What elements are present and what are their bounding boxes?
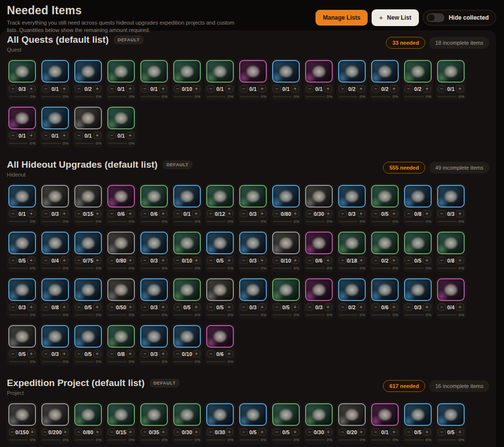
- decrease-button[interactable]: −: [405, 303, 413, 311]
- decrease-button[interactable]: −: [108, 132, 116, 139]
- decrease-button[interactable]: −: [9, 132, 17, 139]
- increase-button[interactable]: +: [192, 428, 200, 436]
- item-image[interactable]: [437, 278, 465, 301]
- decrease-button[interactable]: −: [9, 257, 17, 264]
- increase-button[interactable]: +: [60, 132, 68, 139]
- decrease-button[interactable]: −: [207, 428, 215, 436]
- decrease-button[interactable]: −: [372, 428, 380, 436]
- decrease-button[interactable]: −: [108, 350, 116, 358]
- item-image[interactable]: [404, 278, 432, 301]
- item-image[interactable]: [239, 403, 267, 426]
- decrease-button[interactable]: −: [75, 132, 83, 139]
- decrease-button[interactable]: −: [75, 350, 83, 358]
- decrease-button[interactable]: −: [339, 257, 346, 264]
- item-image[interactable]: [338, 278, 366, 301]
- increase-button[interactable]: +: [291, 85, 299, 92]
- item-image[interactable]: [239, 278, 267, 301]
- item-image[interactable]: [8, 325, 36, 348]
- item-image[interactable]: [272, 185, 300, 208]
- increase-button[interactable]: +: [93, 85, 101, 92]
- decrease-button[interactable]: −: [207, 210, 215, 217]
- increase-button[interactable]: +: [27, 303, 35, 311]
- item-image[interactable]: [173, 403, 201, 426]
- item-image[interactable]: [338, 403, 366, 426]
- item-image[interactable]: [74, 185, 102, 208]
- decrease-button[interactable]: −: [339, 303, 347, 311]
- item-image[interactable]: [74, 232, 102, 254]
- increase-button[interactable]: +: [60, 85, 68, 92]
- decrease-button[interactable]: −: [240, 85, 248, 92]
- decrease-button[interactable]: −: [405, 257, 413, 264]
- decrease-button[interactable]: −: [273, 303, 281, 311]
- item-image[interactable]: [338, 185, 366, 208]
- item-image[interactable]: [74, 278, 102, 301]
- increase-button[interactable]: +: [390, 257, 398, 264]
- item-image[interactable]: [239, 185, 267, 208]
- item-image[interactable]: [74, 403, 102, 426]
- item-image[interactable]: [173, 278, 201, 301]
- decrease-button[interactable]: −: [372, 85, 380, 92]
- increase-button[interactable]: +: [126, 210, 134, 217]
- increase-button[interactable]: +: [324, 210, 332, 217]
- new-list-button[interactable]: + New List: [372, 9, 419, 26]
- increase-button[interactable]: +: [258, 257, 266, 264]
- decrease-button[interactable]: −: [174, 303, 182, 311]
- increase-button[interactable]: +: [126, 85, 134, 92]
- increase-button[interactable]: +: [27, 350, 35, 358]
- item-image[interactable]: [437, 403, 465, 426]
- item-image[interactable]: [173, 60, 201, 83]
- decrease-button[interactable]: −: [42, 257, 50, 264]
- increase-button[interactable]: +: [357, 428, 365, 436]
- increase-button[interactable]: +: [390, 428, 398, 436]
- increase-button[interactable]: +: [192, 303, 200, 311]
- increase-button[interactable]: +: [159, 350, 167, 358]
- item-image[interactable]: [437, 60, 465, 83]
- decrease-button[interactable]: −: [306, 303, 314, 311]
- item-image[interactable]: [305, 185, 333, 208]
- item-image[interactable]: [206, 325, 234, 348]
- increase-button[interactable]: +: [390, 303, 398, 311]
- increase-button[interactable]: +: [357, 85, 365, 92]
- item-image[interactable]: [74, 60, 102, 83]
- decrease-button[interactable]: −: [141, 210, 149, 217]
- increase-button[interactable]: +: [357, 257, 365, 264]
- decrease-button[interactable]: −: [207, 303, 215, 311]
- item-image[interactable]: [140, 325, 168, 348]
- decrease-button[interactable]: −: [306, 257, 314, 264]
- item-image[interactable]: [206, 403, 234, 426]
- decrease-button[interactable]: −: [42, 350, 50, 358]
- hide-collected-toggle[interactable]: Hide collected: [423, 10, 496, 26]
- increase-button[interactable]: +: [423, 257, 431, 264]
- increase-button[interactable]: +: [60, 303, 68, 311]
- item-image[interactable]: [173, 325, 201, 348]
- decrease-button[interactable]: −: [405, 428, 413, 436]
- decrease-button[interactable]: −: [174, 210, 182, 217]
- item-image[interactable]: [140, 278, 168, 301]
- item-image[interactable]: [305, 403, 333, 426]
- increase-button[interactable]: +: [126, 428, 134, 436]
- increase-button[interactable]: +: [159, 428, 167, 436]
- item-image[interactable]: [371, 403, 399, 426]
- decrease-button[interactable]: −: [306, 428, 314, 436]
- increase-button[interactable]: +: [324, 428, 332, 436]
- increase-button[interactable]: +: [291, 303, 299, 311]
- increase-button[interactable]: +: [192, 210, 200, 217]
- decrease-button[interactable]: −: [141, 85, 149, 92]
- increase-button[interactable]: +: [324, 85, 332, 92]
- increase-button[interactable]: +: [27, 257, 35, 264]
- item-image[interactable]: [338, 60, 366, 83]
- increase-button[interactable]: +: [94, 210, 101, 217]
- decrease-button[interactable]: −: [306, 85, 314, 92]
- item-image[interactable]: [305, 278, 333, 301]
- item-image[interactable]: [371, 60, 399, 83]
- decrease-button[interactable]: −: [75, 210, 83, 217]
- decrease-button[interactable]: −: [108, 257, 116, 264]
- decrease-button[interactable]: −: [207, 350, 215, 358]
- decrease-button[interactable]: −: [42, 210, 50, 217]
- item-image[interactable]: [272, 60, 300, 83]
- decrease-button[interactable]: −: [240, 257, 248, 264]
- item-image[interactable]: [437, 232, 465, 254]
- decrease-button[interactable]: −: [108, 210, 116, 217]
- item-image[interactable]: [107, 185, 135, 208]
- item-image[interactable]: [404, 403, 432, 426]
